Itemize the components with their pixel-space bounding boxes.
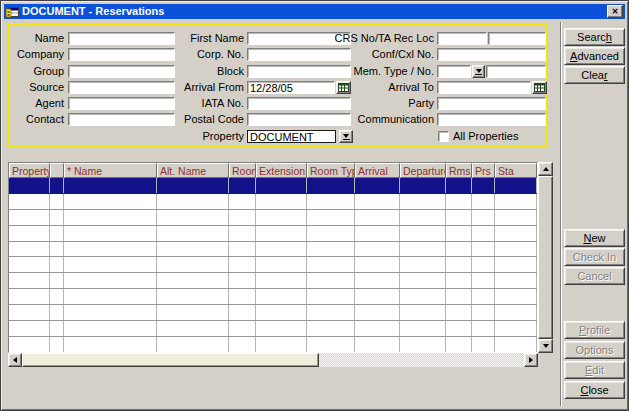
table-row[interactable] [9,242,537,258]
table-header: Property* NameAlt. NameRoomExtensionRoom… [9,163,537,178]
table-cell [229,210,256,225]
table-cell [9,210,50,225]
vertical-scroll-thumb[interactable] [538,176,553,339]
cancel-button[interactable]: Cancel [564,267,625,285]
table-cell [256,273,307,288]
table-cell [495,242,537,257]
table-cell [307,321,355,336]
table-row[interactable] [9,337,537,353]
table-row[interactable] [9,273,537,289]
mem-type-input[interactable] [437,65,471,78]
table-cell [446,273,472,288]
table-row[interactable] [9,226,537,242]
table-cell [446,178,472,193]
table-cell [64,210,157,225]
table-cell [256,305,307,320]
results-grid: Property* NameAlt. NameRoomExtensionRoom… [8,162,538,353]
table-cell [157,289,229,304]
scroll-down-icon[interactable] [538,339,553,353]
column-header-prs: Prs [472,163,495,178]
table-cell [9,194,50,209]
horizontal-scroll-thumb[interactable] [22,353,319,367]
communication-label: Communication [324,113,434,126]
column-header-rms: Rms [446,163,472,178]
table-row[interactable] [9,321,537,337]
table-cell [355,194,400,209]
table-cell [472,226,495,241]
property-combo[interactable] [247,130,336,143]
column-header-sta: Sta [495,163,537,178]
table-cell [157,226,229,241]
scroll-up-icon[interactable] [538,162,553,176]
table-row-selected[interactable] [9,178,537,194]
table-cell [307,194,355,209]
arrival-to-label: Arrival To [324,81,434,94]
table-cell [446,210,472,225]
new-button[interactable]: New [564,229,625,247]
communication-input[interactable] [437,113,546,126]
table-row[interactable] [9,305,537,321]
property-dropdown-button[interactable] [339,130,353,143]
titlebar[interactable]: DOCUMENT - Reservations ✕ [4,4,625,19]
table-cell [472,289,495,304]
search-button[interactable]: Search [564,28,625,46]
horizontal-scroll-track[interactable] [319,353,524,367]
table-row[interactable] [9,289,537,305]
clear-button[interactable]: Clear [564,66,625,84]
column-header-blank [50,163,64,178]
table-cell [229,226,256,241]
table-cell [355,226,400,241]
table-cell [472,321,495,336]
arrival-from-input[interactable] [247,81,335,94]
all-properties-checkbox[interactable] [438,131,449,142]
table-cell [307,210,355,225]
chevron-down-icon [476,69,482,73]
table-cell [50,226,64,241]
table-cell [256,257,307,272]
advanced-button[interactable]: Advanced [564,47,625,65]
table-cell [400,337,446,352]
scroll-right-icon[interactable] [524,353,538,367]
all-properties-label: All Properties [453,130,518,143]
table-cell [50,337,64,352]
vertical-scrollbar[interactable] [538,162,553,353]
source-label: Source [1,81,64,94]
edit-button[interactable]: Edit [564,361,625,379]
mem-type-dropdown-button[interactable] [472,65,485,78]
scroll-left-icon[interactable] [8,353,22,367]
table-row[interactable] [9,194,537,210]
table-cell [64,305,157,320]
arrival-to-input[interactable] [437,81,531,94]
profile-button[interactable]: Profile [564,321,625,339]
crs-no-input[interactable] [437,32,487,45]
check-in-button[interactable]: Check In [564,248,625,266]
close-button[interactable]: Close [564,381,625,399]
mem-no-input[interactable] [486,65,546,78]
table-cell [157,305,229,320]
table-cell [355,178,400,193]
table-cell [400,289,446,304]
table-cell [355,289,400,304]
arrival-to-calendar-button[interactable] [532,81,547,94]
options-button[interactable]: Options [564,341,625,359]
table-cell [50,178,64,193]
column-header-name: * Name [64,163,157,178]
party-input[interactable] [437,97,546,110]
group-label: Group [1,65,64,78]
conf-cxl-input[interactable] [437,48,546,61]
table-cell [400,305,446,320]
table-cell [256,289,307,304]
table-body [9,178,537,353]
table-row[interactable] [9,210,537,226]
ta-rec-loc-input[interactable] [488,32,546,45]
table-cell [157,242,229,257]
panel-divider [560,22,562,406]
table-row[interactable] [9,257,537,273]
table-cell [472,337,495,352]
table-cell [307,273,355,288]
table-cell [355,273,400,288]
close-icon[interactable]: ✕ [607,5,623,18]
table-cell [64,257,157,272]
horizontal-scrollbar[interactable] [8,353,538,367]
postal-code-label: Postal Code [141,113,244,126]
